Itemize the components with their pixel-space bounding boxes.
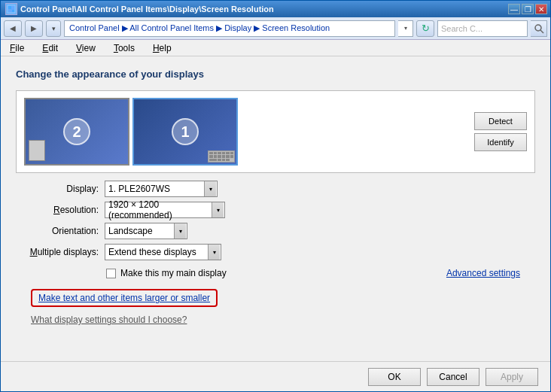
close-button[interactable]: ✕ bbox=[535, 4, 547, 14]
monitor-2-mini bbox=[29, 140, 45, 161]
search-button[interactable] bbox=[531, 20, 547, 37]
resolution-select[interactable]: 1920 × 1200 (recommended) bbox=[105, 202, 225, 218]
orientation-row: Orientation: Landscape ▾ bbox=[16, 223, 535, 239]
monitors-area: 2 1 bbox=[24, 98, 238, 166]
multiple-select[interactable]: Extend these displays bbox=[105, 244, 221, 260]
main-display-checkbox[interactable] bbox=[106, 269, 116, 278]
menu-help[interactable]: Help bbox=[150, 41, 175, 55]
monitor-1-number: 1 bbox=[172, 118, 199, 145]
identify-button[interactable]: Identify bbox=[474, 133, 527, 151]
menu-bar: File Edit View Tools Help bbox=[1, 40, 550, 56]
search-bar: Search C... bbox=[437, 20, 528, 37]
cancel-button[interactable]: Cancel bbox=[427, 368, 479, 386]
menu-edit[interactable]: Edit bbox=[39, 41, 61, 55]
svg-rect-1 bbox=[8, 6, 11, 9]
multiple-displays-row: Multiple displays: Extend these displays… bbox=[16, 244, 535, 260]
minimize-button[interactable]: — bbox=[508, 4, 520, 14]
address-bar: ◀ ▶ ▾ Control Panel ▶ All Control Panel … bbox=[1, 17, 550, 40]
multiple-select-wrapper: Extend these displays ▾ bbox=[105, 244, 221, 260]
display-row: Display: 1. PLE2607WS ▾ bbox=[16, 181, 535, 197]
monitor-2[interactable]: 2 bbox=[24, 98, 129, 166]
main-display-row: Make this my main display Advanced setti… bbox=[16, 268, 535, 278]
monitor-2-number: 2 bbox=[63, 118, 90, 145]
orientation-select-wrapper: Landscape ▾ bbox=[105, 223, 187, 239]
ok-button[interactable]: OK bbox=[368, 368, 421, 386]
main-display-label: Make this my main display bbox=[120, 268, 227, 278]
text-size-link[interactable]: Make text and other items larger or smal… bbox=[31, 289, 218, 307]
resolution-select-wrapper: 1920 × 1200 (recommended) ▾ bbox=[105, 202, 225, 218]
svg-line-4 bbox=[540, 30, 543, 33]
monitor-panel: 2 1 bbox=[16, 90, 535, 173]
button-bar: OK Cancel Apply bbox=[1, 361, 550, 391]
back-button[interactable]: ◀ bbox=[4, 20, 22, 37]
resolution-row: Resolution: 1920 × 1200 (recommended) ▾ bbox=[16, 202, 535, 218]
svg-point-3 bbox=[535, 25, 541, 31]
display-settings-link-row: What display settings should I choose? bbox=[16, 315, 535, 325]
apply-button[interactable]: Apply bbox=[486, 368, 538, 386]
title-bar-text: Control Panel\All Control Panel Items\Di… bbox=[20, 5, 274, 14]
form-section: Display: 1. PLE2607WS ▾ Resolution: 1920… bbox=[16, 181, 535, 260]
page-title: Change the appearance of your displays bbox=[16, 68, 535, 80]
multiple-displays-label: Multiple displays: bbox=[16, 247, 99, 257]
restore-button[interactable]: ❐ bbox=[522, 4, 534, 14]
forward-button[interactable]: ▶ bbox=[25, 20, 43, 37]
display-select[interactable]: 1. PLE2607WS bbox=[105, 181, 218, 197]
display-settings-link[interactable]: What display settings should I choose? bbox=[31, 315, 187, 325]
panel-buttons: Detect Identify bbox=[474, 112, 527, 151]
title-bar-left: Control Panel\All Control Panel Items\Di… bbox=[5, 3, 274, 15]
title-bar: Control Panel\All Control Panel Items\Di… bbox=[1, 1, 550, 17]
menu-tools[interactable]: Tools bbox=[111, 41, 138, 55]
refresh-button[interactable]: ↻ bbox=[416, 20, 434, 37]
advanced-settings-link[interactable]: Advanced settings bbox=[446, 268, 520, 278]
breadcrumb-dropdown-button[interactable]: ▾ bbox=[398, 20, 413, 37]
search-placeholder: Search C... bbox=[441, 24, 483, 33]
monitor-keyboard-icon bbox=[208, 150, 235, 163]
address-dropdown-button[interactable]: ▾ bbox=[46, 20, 61, 37]
links-section: Make text and other items larger or smal… bbox=[16, 289, 535, 307]
menu-file[interactable]: File bbox=[7, 41, 27, 55]
display-select-wrapper: 1. PLE2607WS ▾ bbox=[105, 181, 218, 197]
window-icon bbox=[5, 3, 17, 15]
main-content: Change the appearance of your displays 2… bbox=[1, 56, 550, 361]
breadcrumb: Control Panel ▶ All Control Panel Items … bbox=[64, 20, 395, 37]
monitor-1[interactable]: 1 bbox=[132, 98, 238, 166]
orientation-label: Orientation: bbox=[16, 226, 99, 236]
svg-rect-2 bbox=[12, 10, 14, 12]
menu-view[interactable]: View bbox=[73, 41, 99, 55]
orientation-select[interactable]: Landscape bbox=[105, 223, 187, 239]
main-window: Control Panel\All Control Panel Items\Di… bbox=[0, 0, 551, 392]
title-bar-controls: — ❐ ✕ bbox=[508, 4, 547, 14]
resolution-label: Resolution: bbox=[16, 205, 99, 215]
detect-button[interactable]: Detect bbox=[474, 112, 527, 130]
display-label: Display: bbox=[16, 184, 99, 194]
